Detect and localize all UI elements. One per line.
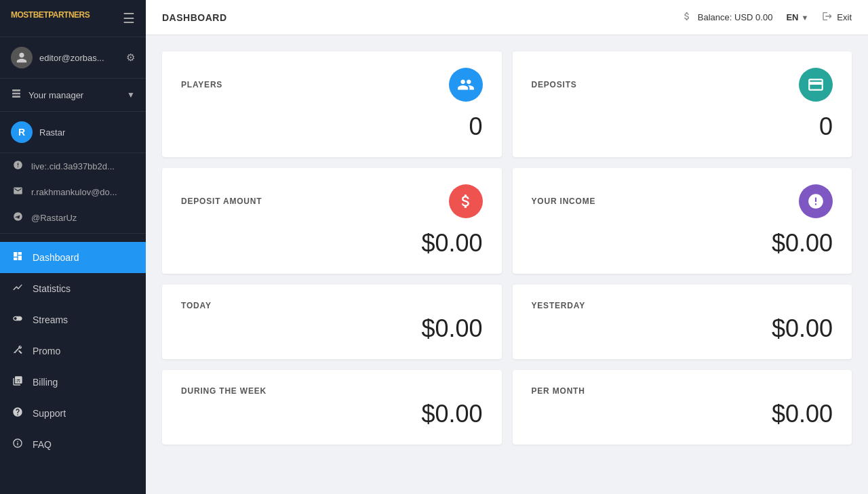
main-nav: Dashboard Statistics Streams Promo Billi (0, 242, 146, 460)
svg-rect-0 (12, 89, 20, 91)
faq-icon (11, 438, 24, 451)
your-income-icon (799, 184, 833, 218)
your-income-title: YOUR INCOME (532, 197, 596, 206)
statistics-label: Statistics (33, 283, 71, 294)
topbar: DASHBOARD Balance: USD 0.00 EN ▼ Exit (146, 0, 868, 35)
players-icon (449, 68, 483, 102)
exit-icon (822, 11, 833, 24)
dashboard-grid: PLAYERS 0 DEPOSITS 0 DEPOSIT AMOUNT (146, 35, 868, 461)
stat-card-deposit-amount: DEPOSIT AMOUNT $0.00 (162, 168, 502, 274)
players-title: PLAYERS (181, 80, 222, 89)
telegram-icon (11, 211, 24, 224)
stat-card-deposit-amount-header: DEPOSIT AMOUNT (181, 184, 483, 218)
logo-superscript: PARTNERS (48, 10, 90, 20)
rastar-avatar: R (11, 121, 33, 143)
contact-email[interactable]: r.rakhmankulov@do... (0, 179, 146, 205)
balance-icon (682, 11, 692, 24)
page-title: DASHBOARD (162, 12, 227, 23)
chevron-down-icon: ▼ (127, 90, 135, 100)
stat-card-deposits: DEPOSITS 0 (513, 52, 852, 157)
stat-card-yesterday: YESTERDAY $0.00 (513, 285, 852, 359)
your-income-value: $0.00 (532, 229, 833, 258)
logo-text: MOSTBET (11, 10, 48, 20)
rastar-row[interactable]: R Rastar (0, 112, 146, 153)
deposit-amount-title: DEPOSIT AMOUNT (181, 197, 262, 206)
sidebar-item-dashboard[interactable]: Dashboard (0, 242, 146, 273)
sidebar-header: MOSTBETPARTNERS ☰ (0, 0, 146, 37)
players-value: 0 (181, 112, 483, 141)
stat-card-deposits-header: DEPOSITS (532, 68, 833, 102)
balance-wrap: Balance: USD 0.00 (682, 11, 773, 24)
today-title: TODAY (181, 301, 483, 310)
support-label: Support (33, 408, 66, 419)
skype-icon (11, 160, 24, 172)
rastar-name: Rastar (39, 127, 65, 138)
settings-icon[interactable]: ⚙ (126, 52, 135, 64)
user-row: editor@zorbas... ⚙ (0, 37, 146, 79)
sidebar-item-faq[interactable]: FAQ (0, 429, 146, 460)
dashboard-label: Dashboard (33, 252, 79, 263)
deposits-icon (799, 68, 833, 102)
stat-card-your-income: YOUR INCOME $0.00 (513, 168, 852, 274)
topbar-right: Balance: USD 0.00 EN ▼ Exit (682, 11, 852, 24)
manager-row[interactable]: Your manager ▼ (0, 79, 146, 112)
stat-card-per-month: PER MONTH $0.00 (513, 370, 852, 445)
yesterday-value: $0.00 (772, 314, 833, 343)
billing-label: Billing (33, 377, 58, 388)
email-icon (11, 186, 24, 198)
sidebar-item-streams[interactable]: Streams (0, 304, 146, 335)
streams-label: Streams (33, 314, 68, 325)
deposits-value: 0 (532, 112, 833, 141)
sidebar-item-support[interactable]: Support (0, 398, 146, 429)
svg-rect-1 (12, 93, 20, 95)
contact-skype[interactable]: live:.cid.3a937bb2d... (0, 153, 146, 179)
language-label: EN (786, 12, 798, 22)
hamburger-icon[interactable]: ☰ (123, 10, 135, 26)
exit-button[interactable]: Exit (822, 11, 852, 24)
language-selector[interactable]: EN ▼ (786, 12, 808, 22)
stat-card-players-header: PLAYERS (181, 68, 483, 102)
main-content: DASHBOARD Balance: USD 0.00 EN ▼ Exit (146, 0, 868, 494)
telegram-label: @RastarUz (31, 213, 77, 223)
email-label: r.rakhmankulov@do... (31, 187, 117, 197)
per-month-value: $0.00 (772, 400, 833, 428)
deposit-amount-value: $0.00 (181, 229, 483, 258)
sidebar-item-billing[interactable]: Billing (0, 367, 146, 398)
during-the-week-title: DURING THE WEEK (181, 386, 483, 396)
streams-icon (11, 313, 24, 327)
lang-chevron-icon: ▼ (801, 14, 808, 22)
sidebar-divider (0, 233, 146, 234)
deposits-title: DEPOSITS (532, 80, 577, 89)
avatar (11, 47, 33, 68)
logo: MOSTBETPARTNERS (11, 9, 90, 27)
stat-card-your-income-header: YOUR INCOME (532, 184, 833, 218)
user-name: editor@zorbas... (39, 53, 119, 63)
contact-telegram[interactable]: @RastarUz (0, 205, 146, 230)
skype-label: live:.cid.3a937bb2d... (31, 161, 115, 171)
manager-icon (11, 88, 22, 102)
stat-card-today: TODAY $0.00 (162, 285, 502, 359)
support-icon (11, 407, 24, 420)
today-value: $0.00 (421, 314, 482, 343)
billing-icon (11, 375, 24, 389)
sidebar-item-promo[interactable]: Promo (0, 335, 146, 367)
during-the-week-value: $0.00 (421, 400, 482, 428)
dashboard-icon (11, 251, 24, 264)
manager-label: Your manager (28, 90, 120, 100)
balance-text: Balance: USD 0.00 (698, 12, 773, 22)
statistics-icon (11, 282, 24, 295)
stat-card-during-the-week: DURING THE WEEK $0.00 (162, 370, 502, 445)
stat-card-players: PLAYERS 0 (162, 52, 502, 157)
yesterday-title: YESTERDAY (532, 301, 833, 310)
svg-rect-2 (12, 96, 20, 98)
faq-label: FAQ (33, 439, 52, 450)
sidebar-item-statistics[interactable]: Statistics (0, 273, 146, 304)
promo-icon (11, 344, 24, 358)
deposit-amount-icon (449, 184, 483, 218)
sidebar: MOSTBETPARTNERS ☰ editor@zorbas... ⚙ You… (0, 0, 146, 494)
exit-text: Exit (837, 12, 852, 22)
per-month-title: PER MONTH (532, 386, 833, 396)
promo-label: Promo (33, 346, 60, 356)
